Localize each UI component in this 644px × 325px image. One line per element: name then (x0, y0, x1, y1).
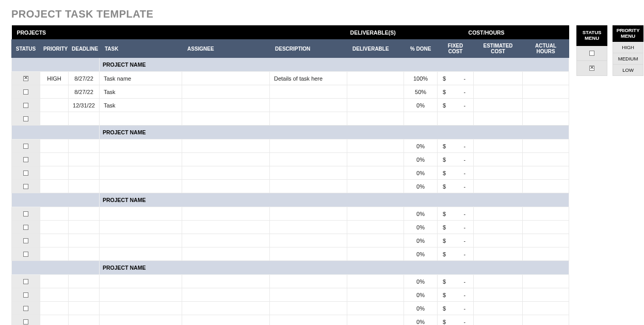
priority-cell[interactable] (40, 247, 69, 261)
actual-hours-cell[interactable] (523, 112, 569, 126)
checkbox-icon[interactable] (23, 116, 28, 121)
priority-cell[interactable] (40, 234, 69, 247)
task-cell[interactable] (100, 207, 182, 221)
fixed-cost-cell[interactable]: $- (438, 180, 474, 193)
deliverable-cell[interactable] (347, 288, 404, 302)
status-menu-item[interactable] (577, 45, 607, 60)
status-cell[interactable] (12, 153, 40, 166)
task-cell[interactable] (100, 180, 182, 193)
assignee-cell[interactable] (182, 275, 270, 288)
fixed-cost-cell[interactable]: $- (438, 99, 474, 112)
est-cost-cell[interactable] (474, 275, 523, 288)
pct-done-cell[interactable]: 0% (404, 221, 438, 234)
assignee-cell[interactable] (182, 99, 270, 112)
actual-hours-cell[interactable] (523, 288, 569, 302)
assignee-cell[interactable] (182, 221, 270, 234)
pct-done-cell[interactable]: 0% (404, 207, 438, 221)
task-cell[interactable] (100, 221, 182, 234)
checkbox-icon[interactable] (23, 279, 28, 284)
priority-menu-item[interactable]: LOW (613, 64, 643, 75)
checkbox-icon[interactable] (23, 89, 28, 95)
assignee-cell[interactable] (182, 85, 270, 99)
task-cell[interactable] (100, 302, 182, 315)
pct-done-cell[interactable]: 0% (404, 153, 438, 166)
status-cell[interactable] (12, 221, 40, 234)
deadline-cell[interactable] (69, 247, 100, 261)
deliverable-cell[interactable] (347, 302, 404, 315)
task-cell[interactable]: Task (100, 85, 182, 99)
description-cell[interactable] (270, 166, 347, 180)
assignee-cell[interactable] (182, 140, 270, 153)
checkbox-icon[interactable] (23, 76, 28, 81)
priority-cell[interactable] (40, 207, 69, 221)
status-cell[interactable] (12, 275, 40, 288)
priority-cell[interactable] (40, 315, 69, 326)
deadline-cell[interactable] (69, 234, 100, 247)
est-cost-cell[interactable] (474, 315, 523, 326)
pct-done-cell[interactable]: 0% (404, 275, 438, 288)
description-cell[interactable] (270, 112, 347, 126)
fixed-cost-cell[interactable]: $- (438, 166, 474, 180)
deliverable-cell[interactable] (347, 234, 404, 247)
fixed-cost-cell[interactable]: $- (438, 140, 474, 153)
deadline-cell[interactable]: 8/27/22 (69, 72, 100, 85)
assignee-cell[interactable] (182, 234, 270, 247)
actual-hours-cell[interactable] (523, 234, 569, 247)
description-cell[interactable] (270, 302, 347, 315)
description-cell[interactable] (270, 85, 347, 99)
deliverable-cell[interactable] (347, 315, 404, 326)
est-cost-cell[interactable] (474, 166, 523, 180)
priority-cell[interactable] (40, 302, 69, 315)
description-cell[interactable]: Details of task here (270, 72, 347, 85)
status-cell[interactable] (12, 112, 40, 126)
deadline-cell[interactable] (69, 153, 100, 166)
task-cell[interactable]: Task name (100, 72, 182, 85)
status-cell[interactable] (12, 140, 40, 153)
pct-done-cell[interactable]: 0% (404, 247, 438, 261)
est-cost-cell[interactable] (474, 207, 523, 221)
priority-cell[interactable] (40, 99, 69, 112)
est-cost-cell[interactable] (474, 247, 523, 261)
est-cost-cell[interactable] (474, 140, 523, 153)
checkbox-icon[interactable] (23, 144, 28, 149)
fixed-cost-cell[interactable]: $- (438, 247, 474, 261)
assignee-cell[interactable] (182, 288, 270, 302)
checkbox-icon[interactable] (23, 238, 28, 243)
pct-done-cell[interactable]: 0% (404, 99, 438, 112)
assignee-cell[interactable] (182, 166, 270, 180)
deadline-cell[interactable] (69, 166, 100, 180)
checkbox-icon[interactable] (23, 306, 28, 311)
deliverable-cell[interactable] (347, 180, 404, 193)
pct-done-cell[interactable]: 0% (404, 166, 438, 180)
est-cost-cell[interactable] (474, 221, 523, 234)
actual-hours-cell[interactable] (523, 315, 569, 326)
assignee-cell[interactable] (182, 302, 270, 315)
deadline-cell[interactable] (69, 180, 100, 193)
fixed-cost-cell[interactable]: $- (438, 221, 474, 234)
deliverable-cell[interactable] (347, 153, 404, 166)
fixed-cost-cell[interactable]: $- (438, 153, 474, 166)
description-cell[interactable] (270, 180, 347, 193)
status-cell[interactable] (12, 302, 40, 315)
task-cell[interactable] (100, 112, 182, 126)
task-cell[interactable] (100, 288, 182, 302)
priority-cell[interactable]: HIGH (40, 72, 69, 85)
deadline-cell[interactable] (69, 275, 100, 288)
deadline-cell[interactable]: 8/27/22 (69, 85, 100, 99)
est-cost-cell[interactable] (474, 288, 523, 302)
fixed-cost-cell[interactable]: $- (438, 234, 474, 247)
pct-done-cell[interactable]: 100% (404, 72, 438, 85)
actual-hours-cell[interactable] (523, 140, 569, 153)
deadline-cell[interactable] (69, 288, 100, 302)
est-cost-cell[interactable] (474, 112, 523, 126)
actual-hours-cell[interactable] (523, 85, 569, 99)
status-cell[interactable] (12, 99, 40, 112)
task-cell[interactable] (100, 140, 182, 153)
status-cell[interactable] (12, 72, 40, 85)
description-cell[interactable] (270, 288, 347, 302)
description-cell[interactable] (270, 221, 347, 234)
checkbox-icon[interactable] (23, 103, 28, 108)
task-cell[interactable] (100, 247, 182, 261)
deadline-cell[interactable] (69, 302, 100, 315)
assignee-cell[interactable] (182, 315, 270, 326)
